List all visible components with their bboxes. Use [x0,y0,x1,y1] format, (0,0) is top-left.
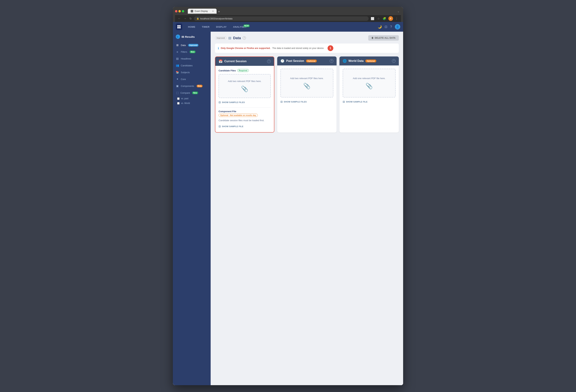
sidebar-compare-vs-world[interactable]: vs. World [173,101,211,106]
maximize-window-button[interactable] [182,10,184,12]
sidebar-item-filters[interactable]: ≡ Filters New [173,49,211,55]
filters-new-badge: New [190,51,196,53]
show-sample-files-button[interactable]: ⊡ SHOW SAMPLE FILES [219,100,271,105]
past-session-help-icon[interactable]: ? [330,59,333,63]
vs-world-checkbox[interactable] [177,102,179,105]
page-title-group: Improved ▤ Data ? [215,36,246,40]
sidebar-headlines-label: Headlines [181,57,191,60]
compare-new-badge: New [192,91,198,94]
past-session-upload-area[interactable]: Add two relevant PDF files here. 📎 [281,69,333,97]
world-data-header: 🌐 World Data Optional ? [340,56,399,65]
world-paperclip-icon: 📎 [366,83,373,89]
current-session-help-icon[interactable]: ? [267,59,271,63]
nav-analyser[interactable]: ANALYSER New [230,24,249,30]
url-text: localhost:3003/analyser/ib/data [200,17,232,20]
browser-tab[interactable]: Exam Display × [188,9,217,14]
minimize-window-button[interactable] [178,10,181,12]
tab-close-button[interactable]: × [212,10,214,13]
sidebar-brand-icon: 👥 [176,34,180,39]
nav-timer[interactable]: TIMER [199,24,212,30]
star-icon[interactable]: ☆ [376,17,380,21]
sidebar-item-core[interactable]: ✦ Core [173,76,211,83]
sample-icon: ⊡ [219,101,221,104]
section-divider [219,107,271,108]
subjects-icon: 📚 [176,71,179,74]
browser-menu-icon[interactable]: ⌄ [397,9,401,13]
current-session-body: Candidate Files Required Add two relevan… [215,66,274,132]
components-beta-badge: Beta [197,85,203,87]
svg-rect-3 [179,27,181,28]
logo-icon [177,25,181,28]
filters-icon: ≡ [176,50,179,54]
screen-icon[interactable]: ⬜ [370,17,375,21]
current-session-upload-area[interactable]: Add two relevant PDF files here. 📎 [219,74,271,98]
page-help-icon[interactable]: ? [243,36,246,40]
close-window-button[interactable] [175,10,177,12]
data-improved-badge: Improved [188,44,199,47]
trash-icon: 🗑 [372,37,374,39]
sidebar-item-compare[interactable]: ⬚ Compare New [173,89,211,96]
analyser-new-badge: New [243,25,250,27]
lock-icon: 🔒 [197,17,199,20]
browser-window: Exam Display × + ⌄ ← → ↻ 🔒 localhost:300… [173,7,403,385]
svg-rect-2 [177,27,179,28]
past-show-sample-button[interactable]: ⊡ SHOW SAMPLE FILES [281,99,333,104]
past-session-icon: 🕐 [281,59,284,63]
tab-title: Exam Display [195,10,208,12]
browser-controls: Exam Display × + ⌄ [175,9,401,14]
browser-user-avatar[interactable]: F [388,16,393,21]
address-bar: ← → ↻ 🔒 localhost:3003/analyser/ib/data … [175,15,401,22]
paperclip-icon: 📎 [241,85,248,92]
forward-button[interactable]: → [183,17,187,21]
new-tab-button[interactable]: + [217,10,221,14]
monitor-icon[interactable]: ⊡ [385,25,387,29]
components-icon: ▣ [176,84,179,87]
data-icon: ⊞ [176,44,179,47]
current-session-icon: 📅 [219,59,223,63]
browser-menu-dots[interactable]: ⋮ [395,17,399,21]
sidebar-filters-label: Filters [181,51,187,53]
optional-not-available-badge: Optional - Not available on results day [219,113,271,119]
sidebar-item-headlines[interactable]: ▤ Headlines [173,55,211,62]
delete-all-data-button[interactable]: 🗑 DELETE ALL DATA [368,35,399,41]
nav-links: HOME TIMER DISPLAY ANALYSER New [185,24,249,30]
candidates-icon: 👥 [176,64,179,67]
theme-toggle-icon[interactable]: 🌙 [378,25,382,29]
app-logo [176,24,182,30]
refresh-button[interactable]: ↻ [189,17,193,21]
sidebar-item-subjects[interactable]: 📚 Subjects [173,69,211,76]
step-badge: 1 [328,45,333,51]
app-container: HOME TIMER DISPLAY ANALYSER New 🌙 ⊡ ? 👤 … [173,22,403,385]
sidebar-item-components[interactable]: ▣ Components Beta [173,83,211,89]
show-sample-file-button[interactable]: ⊡ SHOW SAMPLE FILE [219,124,271,129]
url-bar[interactable]: 🔒 localhost:3003/analyser/ib/data [194,16,369,21]
world-upload-text: Add one relevant PDF file here. [353,77,385,80]
vs-past-checkbox[interactable] [177,97,179,100]
back-button[interactable]: ← [177,17,181,21]
compare-icon: ⬚ [176,91,179,94]
extensions-icon[interactable]: 🧩 [382,17,387,21]
past-session-header: 🕐 Past Session Optional ? [277,56,337,65]
candidate-files-label: Candidate Files Required [219,69,271,72]
user-avatar[interactable]: 👤 [395,24,400,29]
world-show-sample-button[interactable]: ⊡ SHOW SAMPLE FILE [343,99,396,104]
past-session-card: 🕐 Past Session Optional ? Add two releva… [277,56,337,133]
past-session-optional-badge: Optional [306,59,317,62]
sidebar-item-data[interactable]: ⊞ Data Improved [173,42,211,49]
current-session-title-group: 📅 Current Session [219,59,247,63]
page-improved-badge: Improved [215,36,227,40]
sidebar-subjects-label: Subjects [181,71,190,74]
world-data-body: Add one relevant PDF file here. 📎 ⊡ SHOW… [340,65,399,108]
sidebar-item-candidates[interactable]: 👥 Candidates [173,62,211,69]
vs-world-label: vs. World [181,102,190,105]
world-data-upload-area[interactable]: Add one relevant PDF file here. 📎 [343,69,396,97]
top-nav: HOME TIMER DISPLAY ANALYSER New 🌙 ⊡ ? 👤 [173,22,403,32]
page-title: Data [233,36,241,40]
world-data-card: 🌐 World Data Optional ? Add one relevant… [340,56,399,133]
sidebar-compare-vs-past[interactable]: vs. past [173,96,211,101]
world-data-help-icon[interactable]: ? [392,59,396,63]
nav-display[interactable]: DISPLAY [213,24,230,30]
help-nav-icon[interactable]: ? [390,25,392,29]
traffic-lights [175,10,184,12]
nav-home[interactable]: HOME [185,24,198,30]
